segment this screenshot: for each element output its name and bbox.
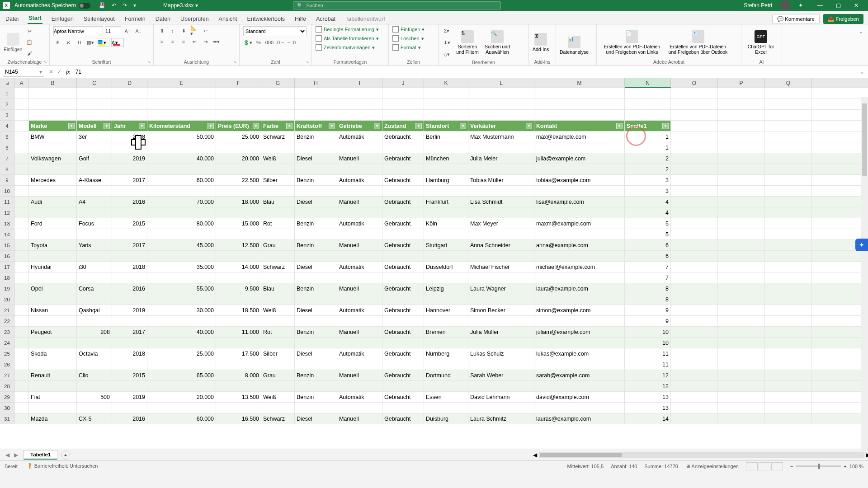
cell[interactable] [382,316,424,326]
cell[interactable] [718,131,765,142]
cell[interactable] [29,338,77,348]
cell[interactable] [671,229,718,239]
clipboard-launcher-icon[interactable]: ↘ [43,60,48,64]
cell[interactable]: Gebraucht [382,283,424,294]
cell[interactable]: A4 [77,197,112,207]
cell[interactable]: Essen [424,392,468,402]
col-header-E[interactable]: E [147,78,216,88]
cell[interactable] [29,186,77,196]
cell[interactable] [14,392,29,402]
cell[interactable] [424,403,468,413]
row-header-30[interactable]: 30 [0,403,14,413]
cell[interactable] [382,359,424,370]
cell[interactable] [77,88,112,99]
row-header-31[interactable]: 31 [0,413,14,424]
autosum-icon[interactable]: Σ▾ [442,26,451,35]
cell[interactable] [14,164,29,174]
col-header-L[interactable]: L [468,78,534,88]
cell[interactable] [216,88,261,99]
cell[interactable] [468,359,534,370]
filter-icon[interactable]: ▾ [662,123,669,129]
row-header-23[interactable]: 23 [0,327,14,338]
filter-icon[interactable]: ▾ [460,123,466,129]
cell[interactable]: Gebraucht [382,392,424,402]
cell[interactable]: Ford [29,218,77,229]
cell[interactable]: Skoda [29,348,77,359]
cell[interactable] [424,142,468,153]
cut-icon[interactable]: ✂ [25,27,34,36]
cell[interactable] [14,142,29,153]
cell[interactable] [765,88,812,99]
row-header-20[interactable]: 20 [0,294,14,305]
cell[interactable] [534,316,625,326]
cell[interactable]: 4 [625,207,671,218]
pdf-link-button[interactable]: 📄Erstellen von PDF-Dateien und Freigeben… [600,30,664,55]
row-header-12[interactable]: 12 [0,207,14,218]
cell[interactable] [77,229,112,239]
cell[interactable]: 25.000 [216,131,261,142]
cell[interactable] [216,99,261,109]
cell[interactable] [765,197,812,207]
col-header-I[interactable]: I [337,78,382,88]
cell[interactable] [295,359,337,370]
cell[interactable]: 2015 [112,370,147,380]
cell[interactable] [468,186,534,196]
cell[interactable]: 8.000 [216,370,261,380]
cell[interactable] [468,207,534,218]
cell[interactable]: Manuell [337,153,382,164]
cell[interactable] [147,99,216,109]
cell[interactable] [14,381,29,391]
filter-icon[interactable]: ▾ [208,123,214,129]
cell[interactable] [765,305,812,315]
cell[interactable]: 40.000 [147,153,216,164]
zoom-out-button[interactable]: − [790,464,793,469]
cell[interactable]: 15.000 [216,218,261,229]
sheet-nav-next-icon[interactable]: ▶ [14,452,18,458]
cell[interactable] [147,316,216,326]
cell[interactable] [424,316,468,326]
cell[interactable] [216,294,261,305]
row-header-1[interactable]: 1 [0,88,14,99]
row-header-18[interactable]: 18 [0,272,14,283]
cell[interactable]: Nissan [29,305,77,315]
cell[interactable] [671,197,718,207]
cell[interactable] [468,229,534,239]
cell[interactable] [295,316,337,326]
cell[interactable] [77,316,112,326]
cell[interactable] [424,359,468,370]
row-header-3[interactable]: 3 [0,110,14,121]
cell[interactable]: Sarah Weber [468,370,534,380]
cell[interactable] [295,142,337,153]
cell[interactable] [77,403,112,413]
cell[interactable]: 13 [625,392,671,402]
cell[interactable] [147,251,216,261]
cell[interactable]: Manuell [337,370,382,380]
cell[interactable] [424,88,468,99]
cell[interactable] [718,381,765,391]
cell[interactable]: Duisburg [424,413,468,424]
cell[interactable] [765,381,812,391]
cell[interactable] [534,142,625,153]
cell[interactable]: 6 [625,240,671,250]
row-header-15[interactable]: 15 [0,240,14,251]
filter-icon[interactable]: ▾ [526,123,532,129]
col-header-F[interactable]: F [216,78,261,88]
cell[interactable]: 20.000 [216,153,261,164]
cell[interactable] [295,272,337,283]
cell[interactable] [468,164,534,174]
cell[interactable] [337,207,382,218]
cell[interactable] [337,294,382,305]
cell[interactable]: 65.000 [147,370,216,380]
cell[interactable]: laura@example.com [534,283,625,294]
cell[interactable]: 2018 [112,131,147,142]
cell[interactable] [765,316,812,326]
row-header-16[interactable]: 16 [0,251,14,262]
cell[interactable] [468,381,534,391]
filter-icon[interactable]: ▾ [374,123,380,129]
fill-icon[interactable]: ⬇▾ [442,38,451,47]
cell[interactable]: 2016 [112,413,147,424]
filename[interactable]: Mappe3.xlsx [163,2,193,9]
increase-decimal-icon[interactable]: .0→ [276,38,285,47]
cell[interactable] [765,403,812,413]
font-color-button[interactable]: A▾ [111,38,124,47]
